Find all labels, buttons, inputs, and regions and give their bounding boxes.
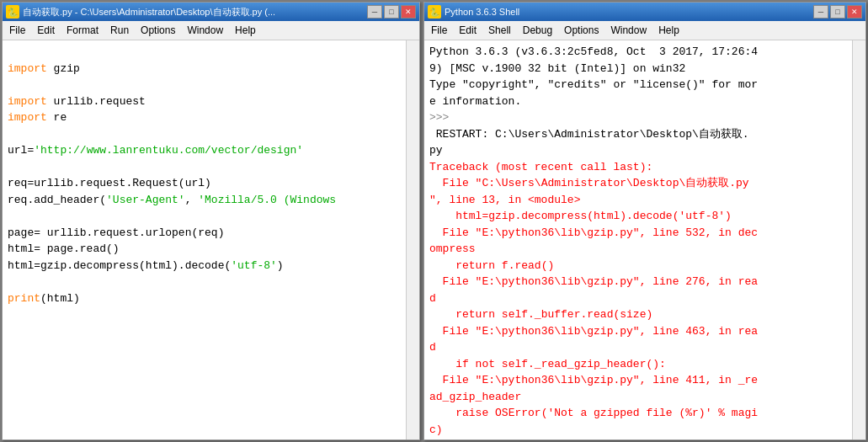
shell-menu-bar: File Edit Shell Debug Options Window Hel… <box>424 21 865 40</box>
editor-restore-button[interactable]: □ <box>384 5 399 19</box>
menu-help[interactable]: Help <box>230 23 261 38</box>
code-editor[interactable]: import gzip import urllib.request import… <box>3 40 406 439</box>
shell-menu-window[interactable]: Window <box>605 23 652 38</box>
menu-run[interactable]: Run <box>105 23 134 38</box>
shell-title-bar: 🐍 Python 3.6.3 Shell ─ □ ✕ <box>424 3 865 21</box>
editor-menu-bar: File Edit Format Run Options Window Help <box>3 21 419 40</box>
shell-menu-debug[interactable]: Debug <box>518 23 557 38</box>
editor-window-controls: ─ □ ✕ <box>367 5 416 19</box>
shell-menu-edit[interactable]: Edit <box>454 23 482 38</box>
shell-title-text: Python 3.6.3 Shell <box>445 7 519 17</box>
shell-window: 🐍 Python 3.6.3 Shell ─ □ ✕ File Edit She… <box>423 2 866 440</box>
editor-close-button[interactable]: ✕ <box>401 5 416 19</box>
editor-minimize-button[interactable]: ─ <box>367 5 382 19</box>
menu-window[interactable]: Window <box>182 23 228 38</box>
menu-edit[interactable]: Edit <box>32 23 60 38</box>
shell-window-icon: 🐍 <box>428 5 441 19</box>
shell-menu-options[interactable]: Options <box>559 23 604 38</box>
editor-content: import gzip import urllib.request import… <box>3 40 419 439</box>
shell-menu-help[interactable]: Help <box>653 23 684 38</box>
shell-content: Python 3.6.3 (v3.6.3:2c5fed8, Oct 3 2017… <box>424 40 865 439</box>
editor-window: 🐍 自动获取.py - C:\Users\Administrator\Deskt… <box>2 2 420 440</box>
shell-scrollbar[interactable] <box>852 40 865 439</box>
shell-window-controls: ─ □ ✕ <box>813 5 862 19</box>
menu-format[interactable]: Format <box>61 23 104 38</box>
shell-title-left: 🐍 Python 3.6.3 Shell <box>428 5 519 19</box>
editor-scrollbar[interactable] <box>406 40 419 439</box>
editor-title-left: 🐍 自动获取.py - C:\Users\Administrator\Deskt… <box>6 5 275 19</box>
menu-options[interactable]: Options <box>136 23 180 38</box>
shell-close-button[interactable]: ✕ <box>847 5 862 19</box>
shell-output[interactable]: Python 3.6.3 (v3.6.3:2c5fed8, Oct 3 2017… <box>424 40 852 439</box>
shell-menu-shell[interactable]: Shell <box>483 23 516 38</box>
editor-title-text: 自动获取.py - C:\Users\Administrator\Desktop… <box>23 6 275 19</box>
shell-minimize-button[interactable]: ─ <box>813 5 828 19</box>
shell-menu-file[interactable]: File <box>426 23 452 38</box>
editor-window-icon: 🐍 <box>6 5 19 19</box>
editor-title-bar: 🐍 自动获取.py - C:\Users\Administrator\Deskt… <box>3 3 419 21</box>
shell-restore-button[interactable]: □ <box>830 5 845 19</box>
menu-file[interactable]: File <box>4 23 30 38</box>
